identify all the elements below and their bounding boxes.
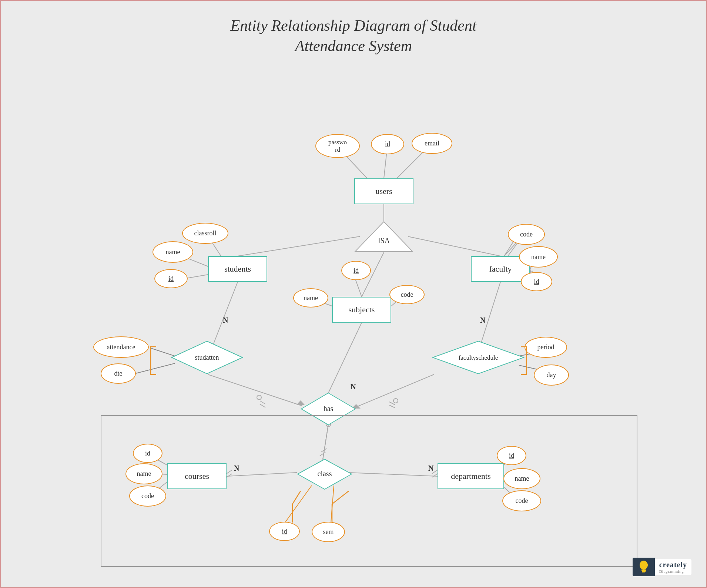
attr-users-id: id [371, 134, 404, 154]
attr-facultyschedule-day: day [534, 364, 569, 386]
svg-rect-75 [641, 569, 646, 571]
relationship-isa: ISA [354, 221, 413, 252]
attr-students-classroll: classroll [182, 223, 228, 244]
svg-line-22 [136, 363, 175, 373]
svg-line-28 [328, 323, 362, 393]
logo-bulb [633, 558, 655, 576]
isa-triangle-svg: ISA [354, 221, 413, 252]
attr-students-name: name [153, 241, 193, 263]
svg-rect-76 [642, 571, 646, 572]
svg-line-27 [354, 374, 434, 408]
attr-facultyschedule-period: period [525, 337, 567, 358]
logo-brand: creately [659, 561, 687, 569]
svg-line-48 [260, 401, 265, 404]
svg-text:studatten: studatten [195, 354, 219, 361]
attr-subjects-id: id [341, 261, 371, 280]
facultyschedule-diamond-svg: facultyschedule [432, 340, 525, 374]
svg-text:ISA: ISA [378, 236, 390, 245]
svg-text:has: has [324, 404, 334, 413]
attr-students-id: id [154, 269, 188, 288]
creately-logo: creately Diagramming [633, 558, 691, 576]
relationship-studatten: studatten [171, 340, 243, 374]
entity-subjects: subjects [332, 297, 391, 323]
svg-line-51 [389, 402, 395, 405]
svg-line-23 [208, 374, 302, 406]
title-line2: Attendance System [1, 36, 706, 56]
inner-rectangle [101, 415, 637, 567]
attr-faculty-code: code [508, 224, 545, 245]
entity-users: users [354, 178, 413, 204]
attr-users-password: passwo rd [315, 134, 360, 158]
svg-point-53 [393, 399, 398, 403]
bulb-icon [638, 560, 650, 574]
svg-text:facultyschedule: facultyschedule [459, 354, 498, 361]
title-line1: Entity Relationship Diagram of Student [1, 16, 706, 36]
main-container: Entity Relationship Diagram of Student A… [0, 0, 707, 588]
diagram-area: N N N N N [38, 60, 669, 558]
svg-text:N: N [223, 316, 228, 324]
svg-line-5 [408, 236, 500, 256]
studatten-diamond-svg: studatten [171, 340, 243, 374]
attr-studatten-attendance: attendance [93, 336, 149, 358]
attr-faculty-name: name [519, 246, 558, 268]
relationship-facultyschedule: facultyschedule [432, 340, 525, 374]
logo-text-area: creately Diagramming [655, 559, 691, 575]
attr-studatten-dte: dte [101, 363, 136, 384]
attr-subjects-name: name [293, 288, 328, 308]
attr-faculty-id: id [521, 272, 552, 291]
svg-text:N: N [351, 383, 356, 391]
logo-subtitle: Diagramming [659, 569, 687, 574]
diagram-title: Entity Relationship Diagram of Student A… [1, 1, 706, 56]
attr-subjects-code: code [389, 285, 425, 304]
svg-text:N: N [480, 316, 486, 324]
entity-students: students [208, 256, 267, 282]
svg-line-49 [260, 404, 265, 407]
svg-point-50 [257, 395, 261, 400]
svg-line-4 [238, 236, 360, 256]
attr-users-email: email [412, 133, 452, 154]
svg-rect-77 [642, 572, 645, 572]
svg-line-52 [389, 405, 395, 408]
